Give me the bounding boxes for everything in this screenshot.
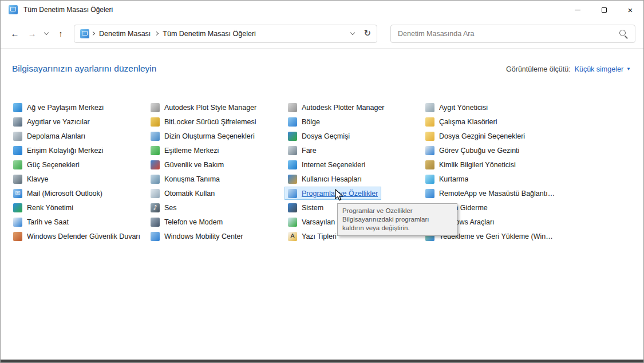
close-button[interactable]: × [617,1,643,19]
control-panel-item[interactable]: Ağ ve Paylaşım Merkezi [10,101,107,114]
control-panel-app-icon [9,5,18,14]
control-panel-item-label: Ses [164,204,177,212]
control-panel-item[interactable]: Fare [285,144,320,157]
minimize-button[interactable] [564,1,591,19]
back-button[interactable]: ← [6,25,23,42]
control-panel-item[interactable]: Konuşma Tanıma [147,172,223,186]
control-panel-item-label: Autodesk Plotter Manager [302,104,385,112]
control-panel-item[interactable]: Programlar ve Özellikler [285,187,381,200]
close-icon: × [628,6,633,14]
control-panel-item[interactable]: Telefon ve Modem [147,215,226,228]
control-panel-item[interactable]: Kimlik Bilgileri Yöneticisi [422,158,519,171]
control-panel-item-label: Aygıt Yöneticisi [439,104,488,112]
forward-button[interactable]: → [23,25,41,42]
maximize-button[interactable] [591,1,617,19]
breadcrumb-item-all-items[interactable]: Tüm Denetim Masası Öğeleri [160,30,258,38]
control-panel-item-label: Kimlik Bilgileri Yöneticisi [439,161,516,169]
control-panel-item[interactable]: Çalışma Klasörleri [422,115,500,128]
ease-of-access-icon [13,146,22,155]
address-bar[interactable]: Denetim Masası Tüm Denetim Masası Öğeler… [74,25,377,43]
search-box[interactable]: Denetim Masasında Ara [390,25,635,43]
system-icon [288,203,297,212]
control-panel-item[interactable]: Kurtarma [422,172,472,186]
work-folders-icon [425,117,434,127]
recent-locations-dropdown[interactable] [41,25,52,42]
address-dropdown-icon[interactable] [351,33,354,34]
navigation-toolbar: ← → ↑ Denetim Masası Tüm Denetim Masası … [1,19,643,49]
up-button[interactable]: ↑ [52,25,69,42]
file-history-icon [288,132,297,141]
control-panel-item[interactable]: Windows Defender Güvenlik Duvarı [10,230,144,243]
window-controls: × [564,1,643,19]
control-panel-item-label: Windows Mobility Center [164,232,243,240]
remoteapp-icon [425,189,434,198]
control-panel-item-label: Ağ ve Paylaşım Merkezi [27,104,104,112]
control-panel-item[interactable]: BitLocker Sürücü Şifrelemesi [147,115,259,128]
view-by-dropdown[interactable]: Küçük simgeler ▼ [575,65,631,73]
indexing-options-icon [151,132,160,141]
control-panel-item-label: Dosya Gezgini Seçenekleri [439,132,525,140]
control-panel-item-label: Dosya Geçmişi [302,132,350,140]
control-panel-item-label: Konuşma Tanıma [164,175,220,183]
control-panel-item[interactable]: ♪Ses [147,201,180,214]
control-panel-item-label: RemoteApp ve Masaüstü Bağlantıları [439,190,555,198]
chevron-down-icon [44,30,49,35]
control-panel-item[interactable]: AYazı Tipleri [285,230,340,243]
tooltip-body: Bilgisayarınızdaki programları kaldırın … [342,215,452,232]
search-placeholder: Denetim Masasında Ara [398,30,474,38]
view-by-label: Görüntüleme ölçütü: [506,65,571,73]
control-panel-item-label: Eşitleme Merkezi [164,147,219,155]
control-panel-item[interactable]: Güç Seçenekleri [10,158,83,171]
control-panel-item[interactable]: ✉Mail (Microsoft Outlook) [10,187,106,200]
control-panel-item-label: Tarih ve Saat [27,218,69,226]
storage-spaces-icon [13,132,22,141]
control-panel-item[interactable]: Bölge [285,115,323,128]
control-panel-item[interactable]: Autodesk Plot Style Manager [147,101,260,114]
color-management-icon [13,203,22,212]
cursor-arrow-icon [334,189,346,202]
control-panel-item[interactable]: Kullanıcı Hesapları [285,172,365,186]
control-panel-item[interactable]: Dosya Gezgini Seçenekleri [422,129,528,143]
control-panel-item[interactable]: Sistem [285,201,327,214]
plot-style-manager-icon [151,103,160,112]
maximize-icon [602,7,607,13]
control-panel-item[interactable]: Erişim Kolaylığı Merkezi [10,144,106,157]
control-panel-item[interactable]: Görev Çubuğu ve Gezinti [422,144,523,157]
control-panel-item[interactable]: Depolama Alanları [10,129,89,143]
mail-icon: ✉ [13,189,22,198]
control-panel-item[interactable]: Aygıtlar ve Yazıcılar [10,115,93,128]
bitlocker-icon [151,117,160,127]
breadcrumb-chevron-icon[interactable] [155,32,158,35]
control-panel-item[interactable]: Güvenlik ve Bakım [147,158,227,171]
device-manager-icon [425,103,434,112]
control-panel-item[interactable]: Tarih ve Saat [10,215,72,228]
control-panel-item-label: Aygıtlar ve Yazıcılar [27,118,90,126]
control-panel-item[interactable]: Aygıt Yöneticisi [422,101,491,114]
control-panel-item-label: Telefon ve Modem [164,218,223,226]
control-panel-item[interactable]: Renk Yönetimi [10,201,77,214]
control-panel-item[interactable]: Dosya Geçmişi [285,129,353,143]
devices-printers-icon [13,117,22,127]
programs-features-icon [288,189,297,198]
control-panel-item-label: Görev Çubuğu ve Gezinti [439,147,519,155]
firewall-icon [13,232,22,241]
mouse-cursor [334,189,346,204]
control-panel-item[interactable]: Eşitleme Merkezi [147,144,222,157]
tooltip-title: Programlar ve Özellikler [342,207,452,215]
refresh-button[interactable]: ↻ [364,29,371,38]
minimize-icon [575,10,580,10]
search-icon[interactable] [619,29,628,38]
autoplay-icon [151,189,160,198]
control-panel-item[interactable]: Windows Mobility Center [147,230,247,243]
breadcrumb-item-control-panel[interactable]: Denetim Masası [97,30,153,38]
control-panel-item[interactable]: Autodesk Plotter Manager [285,101,388,114]
internet-options-icon [288,160,297,169]
title-bar: Tüm Denetim Masası Öğeleri × [1,1,643,19]
control-panel-item[interactable]: RemoteApp ve Masaüstü Bağlantıları [422,187,559,200]
control-panel-item-label: Klavye [27,175,49,183]
control-panel-item[interactable]: Dizin Oluşturma Seçenekleri [147,129,258,143]
control-panel-item[interactable]: Klavye [10,172,52,186]
control-panel-item[interactable]: Otomatik Kullan [147,187,218,200]
breadcrumb-chevron-icon[interactable] [92,32,94,35]
control-panel-item[interactable]: Internet Seçenekleri [285,158,369,171]
